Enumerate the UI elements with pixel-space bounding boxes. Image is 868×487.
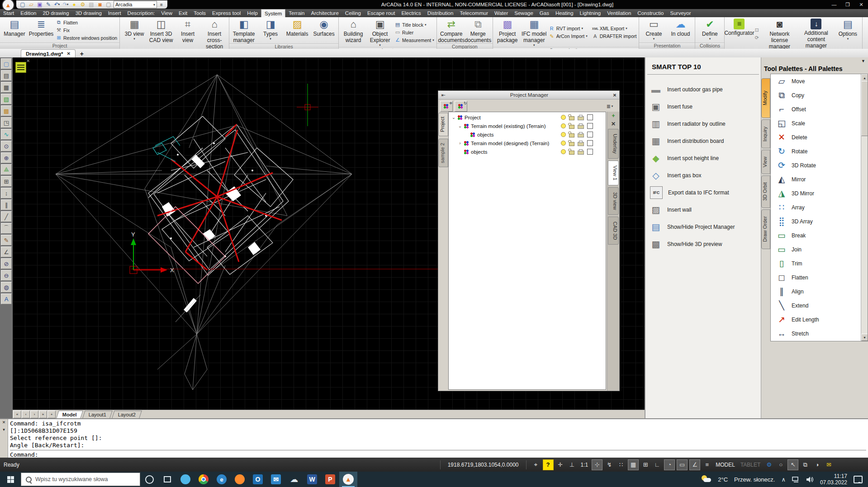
ribbon-button-3d-view[interactable]: ▦3D view▾ bbox=[121, 18, 147, 49]
print-icon[interactable] bbox=[578, 151, 584, 155]
visibility-bulb-icon[interactable] bbox=[561, 149, 566, 154]
lock-icon[interactable] bbox=[569, 116, 574, 120]
ribbon-button-insert-view[interactable]: ⌗Insert view bbox=[175, 18, 201, 49]
menu-help[interactable]: Help bbox=[244, 9, 261, 17]
status-toggle-icon[interactable]: ⚙ bbox=[764, 460, 774, 470]
palette-tab-inquiry[interactable]: Inquiry bbox=[761, 119, 770, 148]
menu-escape-rout[interactable]: Escape rout bbox=[364, 9, 398, 17]
project-manager-close-icon[interactable]: ✕ bbox=[610, 93, 619, 98]
ribbon-button-insert-cross-section[interactable]: ⌂Insert cross-section▾ bbox=[201, 18, 228, 49]
weather-temp[interactable]: 2°C bbox=[718, 476, 728, 483]
pm-move-objects-button[interactable]: ✛ bbox=[440, 101, 453, 112]
ribbon-button-measurement[interactable]: ∠Measurement▾ bbox=[394, 37, 434, 43]
left-tool-icon[interactable]: ╱ bbox=[1, 211, 12, 222]
print-icon[interactable] bbox=[578, 133, 584, 137]
status-toggle-icon[interactable]: ∠ bbox=[689, 459, 700, 470]
ribbon-button-network-license-manager[interactable]: ◙Network license manager bbox=[761, 18, 797, 49]
palette-scrollbar[interactable]: ▲ ▼ bbox=[861, 74, 868, 341]
ribbon-button-drafter-import[interactable]: ADRAFTER import bbox=[592, 33, 637, 40]
left-tool-icon[interactable]: ◳ bbox=[1, 117, 12, 128]
status-label-tablet[interactable]: TABLET bbox=[739, 462, 762, 468]
tool-rotate[interactable]: ↻Rotate bbox=[771, 144, 868, 158]
ribbon-button-xml-export[interactable]: XMLXML Export▾ bbox=[592, 25, 637, 32]
tool-align[interactable]: ∥Align bbox=[771, 284, 868, 298]
app-arcadia-icon[interactable]: ▲ bbox=[339, 472, 357, 487]
document-tab[interactable]: Drawing1.dwg* ✕ bbox=[21, 49, 76, 57]
new-file-icon[interactable]: ▢ bbox=[19, 1, 26, 8]
ribbon-button-building-wizard[interactable]: ⌂Building wizard bbox=[340, 18, 366, 47]
tool-fillet[interactable]: ◜Fillet bbox=[771, 340, 868, 341]
menu-view[interactable]: View bbox=[158, 9, 175, 17]
command-window[interactable]: ✕ ▾ Command: isa_ifcrotm []:1D5068B31D07… bbox=[0, 418, 868, 458]
tree-row[interactable]: ›Terrain model (designed) (Terrain) bbox=[449, 139, 606, 147]
menu-edition[interactable]: Edition bbox=[17, 9, 39, 17]
status-toggle-icon[interactable]: ✛ bbox=[555, 460, 565, 470]
left-tool-icon[interactable]: ✎ bbox=[1, 235, 12, 246]
lock-icon[interactable] bbox=[569, 151, 574, 155]
scroll-down-icon[interactable]: ▼ bbox=[861, 334, 868, 341]
tool-break[interactable]: ▭Break bbox=[771, 228, 868, 242]
tool-join[interactable]: ▭Join bbox=[771, 242, 868, 256]
left-tool-icon[interactable]: ⌒ bbox=[1, 223, 12, 234]
pm-view-tab-3d-view[interactable]: 3D view bbox=[608, 187, 619, 215]
tool-scale[interactable]: ◱Scale bbox=[771, 116, 868, 130]
scroll-up-icon[interactable]: ▲ bbox=[861, 74, 868, 81]
ribbon-button-options[interactable]: ▤Options▾ bbox=[835, 18, 861, 49]
lock-icon[interactable] bbox=[569, 125, 574, 129]
menu-express-tool[interactable]: Express tool bbox=[209, 9, 244, 17]
tool-extend[interactable]: ╲Extend bbox=[771, 298, 868, 312]
tray-chevron-icon[interactable]: ∧ bbox=[781, 476, 786, 483]
menu-constructio[interactable]: Constructio bbox=[634, 9, 667, 17]
app-outlook-icon[interactable]: O bbox=[249, 472, 267, 487]
redo-icon[interactable]: ↷▾ bbox=[62, 1, 69, 8]
layout-tab-layout2[interactable]: Layout2 bbox=[112, 411, 142, 418]
menu-system[interactable]: System bbox=[261, 9, 285, 17]
status-toggle-icon[interactable]: ⊥ bbox=[567, 460, 577, 470]
status-toggle-icon[interactable]: ⊞ bbox=[640, 460, 650, 470]
left-tool-icon[interactable]: A bbox=[1, 293, 12, 304]
status-toggle-icon[interactable]: ○ bbox=[776, 460, 786, 470]
lock-icon[interactable]: ◙ bbox=[96, 1, 104, 8]
ribbon-button-title-block[interactable]: ▤Title block▾ bbox=[394, 21, 434, 28]
status-toggle-icon[interactable]: ✉ bbox=[824, 460, 834, 470]
status-toggle-icon[interactable]: ▦ bbox=[628, 459, 639, 470]
last-layout-icon[interactable]: » bbox=[39, 411, 47, 418]
menu-ceiling[interactable]: Ceiling bbox=[342, 9, 364, 17]
pm-tab-project[interactable]: Project bbox=[438, 113, 448, 136]
status-label-1-1[interactable]: 1:1 bbox=[579, 462, 590, 468]
menu-heating[interactable]: Heating bbox=[552, 9, 577, 17]
tool-array[interactable]: ∷Array bbox=[771, 200, 868, 214]
tool-stretch[interactable]: ↔Stretch bbox=[771, 326, 868, 340]
menu-sewage[interactable]: Sewage bbox=[511, 9, 536, 17]
tool-move[interactable]: ▱Move bbox=[771, 74, 868, 88]
taskbar-search-input[interactable]: Wpisz tu wyszukiwane słowa bbox=[21, 473, 140, 486]
app-mail-icon[interactable]: ✉ bbox=[267, 472, 285, 487]
ribbon-button-manager[interactable]: ▤Manager bbox=[1, 18, 28, 43]
close-button[interactable]: ✕ bbox=[854, 0, 868, 9]
visibility-bulb-icon[interactable] bbox=[561, 132, 566, 137]
status-toggle-icon[interactable]: ∟ bbox=[652, 460, 662, 470]
menu-electrics[interactable]: Electrics bbox=[398, 9, 424, 17]
ribbon-button-flatten[interactable]: ⧉Flatten bbox=[56, 19, 117, 26]
ribbon-button-merge-documents[interactable]: ⧉Merge documents bbox=[465, 18, 491, 43]
scrollbar-thumb[interactable] bbox=[861, 81, 868, 136]
layout-tab-model[interactable]: Model bbox=[56, 411, 83, 418]
status-toggle-icon[interactable]: ⊹ bbox=[592, 459, 602, 470]
palette-tab-modify[interactable]: Modify bbox=[761, 78, 770, 118]
app-messenger-icon[interactable] bbox=[176, 472, 194, 487]
action-center-icon[interactable] bbox=[854, 476, 863, 483]
left-tool-icon[interactable]: ⊞ bbox=[1, 176, 12, 187]
ribbon-button-project-package[interactable]: ▩Project package bbox=[494, 18, 521, 47]
left-tool-icon[interactable]: ⊙ bbox=[1, 141, 12, 151]
ribbon-button-types[interactable]: ◨Types▾ bbox=[257, 18, 284, 43]
tree-expander-icon[interactable]: ⌄ bbox=[451, 115, 457, 120]
pm-view-tab-view-1[interactable]: View 1 bbox=[608, 161, 619, 185]
qat-overflow-icon[interactable]: ≡ bbox=[158, 2, 165, 7]
ribbon-button-create[interactable]: ▭Create▾ bbox=[640, 18, 667, 43]
next-layout-icon[interactable]: › bbox=[30, 411, 38, 418]
selection-checkbox[interactable] bbox=[587, 132, 593, 137]
left-tool-icon[interactable]: ↕ bbox=[1, 188, 12, 199]
app-chrome-icon[interactable] bbox=[194, 472, 213, 487]
pm-view-tab-underlay[interactable]: Underlay bbox=[608, 129, 619, 159]
ribbon-button-ruler[interactable]: ▭Ruler bbox=[394, 29, 434, 36]
